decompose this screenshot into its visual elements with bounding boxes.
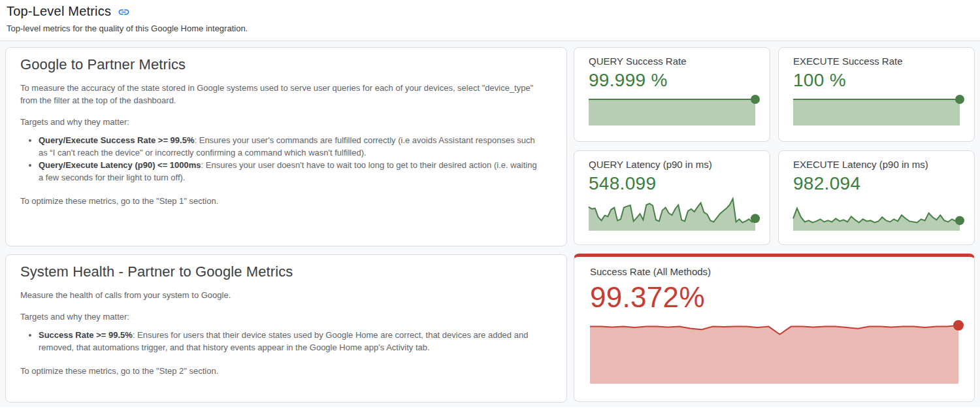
query-success-sparkline [589,99,755,125]
targets-list: Query/Execute Success Rate >= 99.5%: Ens… [20,134,543,184]
system-health-card: System Health - Partner to Google Metric… [5,254,567,403]
metric-label: QUERY Latency (p90 in ms) [589,159,755,170]
all-methods-success-sparkline [590,324,958,384]
target-metric: Success Rate >= 99.5% [39,330,133,340]
metric-value: 982.094 [793,173,960,194]
page-header: Top-Level Metrics Top-level metrics for … [0,0,980,33]
card-footer: To optimize these metrics, go to the "St… [20,365,549,377]
metric-value: 100 % [793,70,960,91]
metric-label: EXECUTE Latency (p90 in ms) [793,159,960,170]
all-methods-success-rate-card: Success Rate (All Methods) 99.372% [574,254,975,402]
page-title: Top-Level Metrics [7,4,111,19]
target-metric: Query/Execute Latency (p90) <= 1000ms [39,160,201,170]
page-subtitle: Top-level metrics for the quality of thi… [7,24,973,33]
targets-list: Success Rate >= 99.5%: Ensures for users… [20,329,543,354]
metric-value: 548.099 [589,173,755,194]
execute-success-rate-card: EXECUTE Success Rate 100 % [778,47,975,142]
list-item: Query/Execute Success Rate >= 99.5%: Ens… [39,134,543,159]
dashboard-page: Top-Level Metrics Top-level metrics for … [0,0,980,407]
dashboard-body: Google to Partner Metrics To measure the… [0,41,980,407]
execute-latency-sparkline [793,197,960,231]
metric-label: Success Rate (All Methods) [590,266,958,277]
google-to-partner-card: Google to Partner Metrics To measure the… [5,47,567,246]
card-footer: To optimize these metrics, go to the "St… [20,195,549,207]
section-link-icon[interactable] [118,6,130,18]
query-latency-card: QUERY Latency (p90 in ms) 548.099 [574,150,770,245]
card-title: System Health - Partner to Google Metric… [20,263,552,280]
query-success-rate-card: QUERY Success Rate 99.999 % [574,47,770,142]
targets-label: Targets and why they matter: [20,310,549,323]
list-item: Success Rate >= 99.5%: Ensures for users… [39,329,543,354]
target-metric: Query/Execute Success Rate >= 99.5% [39,135,194,145]
query-latency-sparkline [589,197,755,231]
scorecard-grid: QUERY Success Rate 99.999 % EXECUTE Succ… [574,47,975,407]
targets-label: Targets and why they matter: [20,116,549,128]
metric-label: EXECUTE Success Rate [793,56,960,67]
metric-value: 99.999 % [589,70,755,91]
metric-value: 99.372% [590,281,958,314]
card-title: Google to Partner Metrics [20,56,552,73]
execute-success-sparkline [793,99,960,125]
list-item: Query/Execute Latency (p90) <= 1000ms: E… [39,159,543,184]
text-column: Google to Partner Metrics To measure the… [5,47,567,407]
metric-label: QUERY Success Rate [589,56,755,67]
execute-latency-card: EXECUTE Latency (p90 in ms) 982.094 [778,150,975,245]
card-intro: To measure the accuracy of the state sto… [20,82,549,107]
card-intro: Measure the health of calls from your sy… [20,289,549,301]
